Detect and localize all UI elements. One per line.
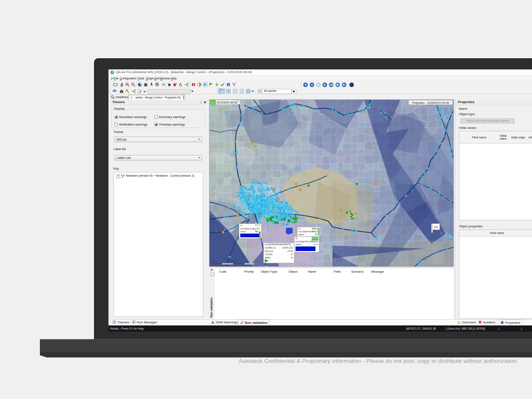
svg-text:6CT1: 6CT1 [255,224,260,227]
svg-text:4RE232: 4RE232 [312,230,319,233]
svg-text:21: 21 [211,101,214,104]
svg-text:6RES25: 6RES25 [311,238,318,240]
svg-text:1 km: 1 km [211,261,215,263]
svg-text:4RE232: 4RE232 [312,227,319,230]
svg-text:useful: useful [298,233,304,236]
svg-text:/01/2025 06:00: /01/2025 06:00 [217,101,237,104]
svg-text:Live Data Outle (s(T): Live Data Outle (s(T) [240,227,260,230]
svg-text:MMW: MMW [265,256,270,259]
svg-text:13.78: 13.78 [287,250,293,252]
svg-text:Live Data Point: Live Data Point [296,240,310,243]
svg-text:(i): (i) [298,227,300,230]
svg-text:(i): (i) [296,237,298,239]
svg-text:%: % [291,256,293,259]
svg-text:Live Data Point: Live Data Point [298,230,313,233]
svg-text:myMMss (i): myMMss (i) [265,246,276,249]
svg-text:useful: useful [240,230,246,233]
svg-text:0 ns: 0 ns [314,243,318,246]
svg-text:flow (L/s): flow (L/s) [265,250,273,252]
svg-text:(i) A3E3PMPMA3E1PMPT2(: (i) A3E3PMPMA3E1PMPT2( [265,243,291,246]
svg-text:6RES25: 6RES25 [310,240,318,243]
svg-text:YOUNG: YOUNG [265,253,272,256]
svg-text:25: 25 [434,225,438,229]
svg-text:(i): (i) [240,224,242,227]
svg-text:%: % [291,253,293,256]
svg-text:useful: useful [296,243,301,246]
svg-text:2000 ft: 2000 ft [229,261,236,263]
svg-text:10044.2.03: 10044.2.03 [282,246,293,249]
svg-text:Projection - 2025/01/21 00:00: Projection - 2025/01/21 00:00 [412,101,449,105]
